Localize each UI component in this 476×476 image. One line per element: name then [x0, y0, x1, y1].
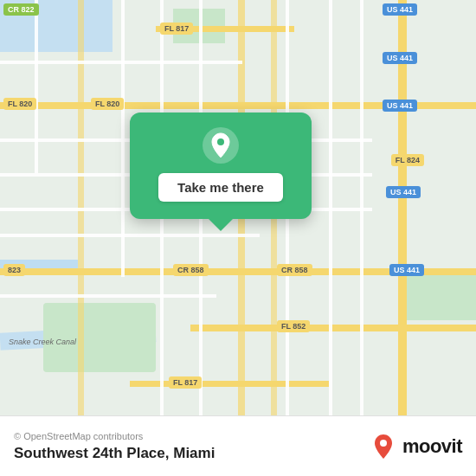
location-info: © OpenStreetMap contributors Southwest 2…	[14, 431, 215, 462]
local-road-v7	[360, 0, 363, 415]
take-me-there-button[interactable]: Take me there	[158, 173, 283, 202]
location-title: Southwest 24th Place, Miami	[14, 445, 215, 462]
road-fl852-h	[190, 325, 476, 331]
label-cr858-right: CR 858	[277, 264, 312, 276]
label-us441-2: US 441	[383, 52, 417, 64]
label-cr822: CR 822	[3, 3, 39, 16]
label-us441-1: US 441	[383, 3, 417, 16]
moovit-logo: moovit	[370, 433, 462, 460]
label-fl820-left: FL 820	[3, 98, 36, 110]
moovit-pin-icon	[370, 433, 397, 460]
local-road-h5	[0, 234, 260, 237]
label-fl852: FL 852	[277, 320, 310, 332]
label-us441-4: US 441	[386, 186, 421, 198]
green-area-3	[407, 268, 476, 320]
label-823: 823	[3, 264, 25, 276]
label-fl820-mid: FL 820	[91, 98, 124, 110]
label-cr858-left: CR 858	[173, 264, 209, 276]
label-fl817-top: FL 817	[160, 23, 193, 35]
svg-point-2	[380, 440, 387, 447]
label-snake-creek: Snake Creek Canal	[9, 338, 76, 346]
label-us441-5: US 441	[389, 264, 424, 276]
moovit-brand-text: moovit	[402, 435, 462, 458]
location-popup: Take me there	[130, 113, 312, 219]
copyright-text: © OpenStreetMap contributors	[14, 431, 215, 441]
local-road-v1	[35, 0, 38, 173]
svg-point-1	[217, 138, 224, 145]
label-fl824: FL 824	[391, 154, 424, 166]
local-road-v2	[121, 0, 125, 277]
location-pin-icon	[202, 126, 240, 164]
label-us441-3: US 441	[383, 100, 417, 112]
local-road-h6	[0, 294, 216, 298]
local-road-v6	[329, 0, 332, 415]
label-fl817-bottom: FL 817	[169, 376, 202, 389]
bottom-bar: © OpenStreetMap contributors Southwest 2…	[0, 415, 476, 476]
map-view[interactable]: CR 822 FL 817 US 441 US 441 FL 820 FL 82…	[0, 0, 476, 415]
